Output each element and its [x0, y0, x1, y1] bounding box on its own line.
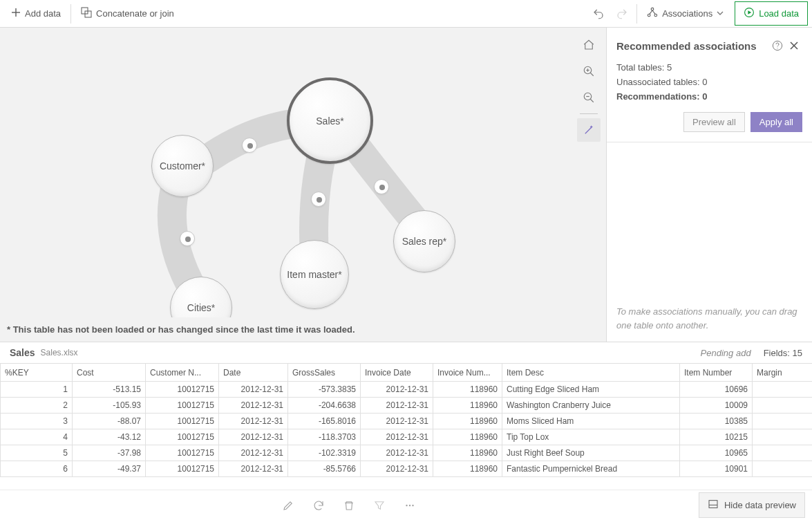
table-cell: 118960 — [433, 429, 502, 445]
svg-line-7 — [650, 10, 652, 14]
table-row[interactable]: 4-43.12100127152012-12-31-118.37032012-1… — [1, 429, 813, 445]
association-dot[interactable] — [374, 179, 389, 194]
table-cell: 2012-12-31 — [219, 382, 288, 398]
table-cell: 10012715 — [146, 429, 219, 445]
table-row[interactable]: 1-513.15100127152012-12-31-573.38352012-… — [1, 382, 813, 398]
associations-label: Associations — [662, 8, 712, 19]
total-tables: Total tables: 5 — [616, 61, 802, 75]
add-data-button[interactable]: Add data — [4, 3, 68, 24]
table-cell: 118960 — [433, 414, 502, 429]
bubble-customer[interactable]: Customer* — [151, 135, 214, 197]
column-header[interactable]: Date — [219, 364, 288, 382]
table-cell: 2 — [1, 398, 73, 414]
panel-hint: To make associations manually, you can d… — [607, 295, 812, 342]
table-cell: Fantastic Pumpernickel Bread — [502, 461, 680, 477]
hide-preview-button[interactable]: Hide data preview — [699, 492, 805, 518]
bubble-customer-label: Customer* — [154, 160, 211, 171]
table-cell: -204.6638 — [288, 398, 361, 414]
more-icon[interactable] — [403, 499, 417, 512]
table-cell: 5 — [1, 445, 73, 461]
refresh-icon[interactable] — [312, 499, 325, 512]
svg-line-12 — [590, 73, 594, 76]
table-cell: 2012-12-31 — [219, 445, 288, 461]
help-icon[interactable] — [769, 37, 786, 54]
undo-button[interactable] — [587, 2, 610, 26]
svg-point-4 — [651, 8, 654, 10]
svg-point-6 — [654, 14, 657, 17]
redo-button[interactable] — [610, 2, 634, 26]
delete-icon[interactable] — [342, 499, 356, 512]
column-header[interactable]: Customer N... — [146, 364, 219, 382]
association-dot[interactable] — [180, 231, 195, 246]
bubble-sales[interactable]: Sales* — [287, 77, 373, 164]
add-data-label: Add data — [25, 8, 61, 19]
table-cell: 2012-12-31 — [361, 461, 433, 477]
bubble-cities-label: Cities* — [182, 302, 220, 313]
association-dot[interactable] — [311, 192, 326, 207]
edit-icon[interactable] — [281, 499, 295, 512]
table-cell: 10385 — [680, 414, 753, 429]
home-button[interactable] — [577, 33, 601, 57]
close-icon[interactable] — [786, 37, 802, 54]
table-cell: Washington Cranberry Juice — [502, 398, 680, 414]
table-cell — [753, 414, 813, 429]
preview-status: Pending add — [701, 348, 751, 358]
bubble-item-master[interactable]: Item master* — [280, 240, 349, 309]
column-header[interactable]: %KEY — [1, 364, 73, 382]
table-cell: 118960 — [433, 461, 502, 477]
table-cell: -118.3703 — [288, 429, 361, 445]
svg-rect-26 — [709, 501, 717, 508]
column-header[interactable]: Item Number — [680, 364, 753, 382]
preview-footer: Hide data preview — [0, 490, 812, 520]
table-row[interactable]: 5-37.98100127152012-12-31-102.33192012-1… — [1, 445, 813, 461]
preview-file-name: Sales.xlsx — [41, 348, 78, 358]
association-dot[interactable] — [242, 138, 257, 153]
data-grid[interactable]: %KEYCostCustomer N...DateGrossSalesInvoi… — [0, 363, 812, 490]
svg-point-24 — [409, 504, 410, 505]
table-cell: 2012-12-31 — [219, 429, 288, 445]
table-cell: -37.98 — [73, 445, 146, 461]
column-header[interactable]: Margin — [753, 364, 813, 382]
column-header[interactable]: GrossSales — [288, 364, 361, 382]
svg-point-25 — [413, 504, 414, 505]
table-cell: Cutting Edge Sliced Ham — [502, 382, 680, 398]
column-header[interactable]: Invoice Num... — [433, 364, 502, 382]
column-header[interactable]: Invoice Date — [361, 364, 433, 382]
table-cell: 10012715 — [146, 461, 219, 477]
table-cell: 2012-12-31 — [219, 398, 288, 414]
table-cell: 2012-12-31 — [361, 414, 433, 429]
magic-wand-button[interactable] — [577, 118, 601, 142]
preview-all-button[interactable]: Preview all — [683, 112, 745, 132]
bubble-sales-rep[interactable]: Sales rep* — [393, 210, 455, 272]
table-cell: -85.5766 — [288, 461, 361, 477]
table-row[interactable]: 2-105.93100127152012-12-31-204.66382012-… — [1, 398, 813, 414]
apply-all-button[interactable]: Apply all — [750, 112, 802, 132]
table-row[interactable]: 6-49.37100127152012-12-31-85.57662012-12… — [1, 461, 813, 477]
associations-dropdown[interactable]: Associations — [640, 3, 730, 24]
load-data-button[interactable]: Load data — [735, 1, 808, 26]
main-area: Sales* Customer* Cities* Item master* Sa… — [0, 28, 812, 342]
table-row[interactable]: 3-88.07100127152012-12-31-165.80162012-1… — [1, 414, 813, 429]
filter-icon[interactable] — [372, 499, 386, 512]
canvas-tools — [577, 33, 601, 142]
table-cell: -573.3835 — [288, 382, 361, 398]
table-cell: 10901 — [680, 461, 753, 477]
table-cell: 2012-12-31 — [361, 398, 433, 414]
recommendations-count: Recommendations: 0 — [616, 90, 802, 104]
zoom-out-button[interactable] — [577, 86, 601, 109]
table-cell: 10012715 — [146, 445, 219, 461]
table-cell: 10012715 — [146, 414, 219, 429]
table-cell: 118960 — [433, 398, 502, 414]
zoom-in-button[interactable] — [577, 59, 601, 83]
association-canvas[interactable]: Sales* Customer* Cities* Item master* Sa… — [0, 28, 606, 317]
concatenate-button[interactable]: Concatenate or join — [74, 3, 181, 24]
separator — [636, 4, 637, 24]
column-header[interactable]: Cost — [73, 364, 146, 382]
column-header[interactable]: Item Desc — [502, 364, 680, 382]
table-cell: -88.07 — [73, 414, 146, 429]
concatenate-label: Concatenate or join — [96, 8, 174, 19]
association-canvas-wrap: Sales* Customer* Cities* Item master* Sa… — [0, 28, 607, 342]
table-cell — [753, 429, 813, 445]
top-toolbar: Add data Concatenate or join Association… — [0, 0, 812, 28]
table-cell: Just Right Beef Soup — [502, 445, 680, 461]
